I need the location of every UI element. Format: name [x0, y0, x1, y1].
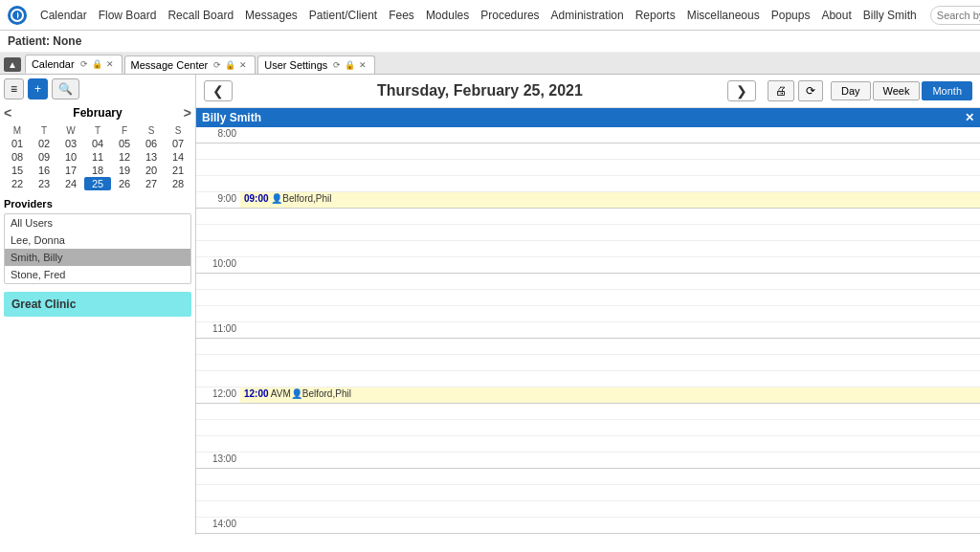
- time-cell[interactable]: [240, 355, 980, 370]
- time-cell[interactable]: 12:00 AVM👤Belford,Phil: [240, 387, 980, 403]
- time-row[interactable]: [196, 469, 980, 485]
- time-cell[interactable]: 09:00 👤Belford,Phil: [240, 192, 980, 208]
- mini-cal-day[interactable]: 13: [138, 150, 165, 164]
- mini-cal-day[interactable]: 03: [57, 137, 84, 150]
- mini-cal-day[interactable]: 08: [4, 150, 31, 164]
- nav-user[interactable]: Billy Smith: [858, 9, 923, 22]
- mini-cal-day[interactable]: 07: [165, 137, 191, 150]
- time-cell[interactable]: [240, 225, 980, 240]
- time-row[interactable]: [196, 501, 980, 518]
- time-row[interactable]: [196, 176, 980, 192]
- mini-cal-day[interactable]: 09: [31, 150, 57, 164]
- time-cell[interactable]: [240, 176, 980, 191]
- cal-week-button[interactable]: Week: [873, 81, 921, 100]
- time-row[interactable]: 11:00: [196, 322, 980, 339]
- tabs-arrow[interactable]: ▲: [4, 57, 21, 72]
- nav-modules[interactable]: Modules: [420, 9, 475, 22]
- time-row[interactable]: 12:0012:00 AVM👤Belford,Phil: [196, 387, 980, 404]
- mini-cal-day[interactable]: 05: [111, 137, 138, 150]
- time-row[interactable]: [196, 144, 980, 160]
- time-row[interactable]: [196, 290, 980, 306]
- time-row[interactable]: [196, 436, 980, 453]
- time-row[interactable]: 14:00: [196, 518, 980, 534]
- sidebar-search-button[interactable]: 🔍: [52, 78, 79, 99]
- mini-cal-day[interactable]: 27: [138, 177, 165, 190]
- time-grid-container[interactable]: 8:009:0009:00 👤Belford,Phil10:0011:0012:…: [196, 127, 980, 535]
- mini-cal-day[interactable]: 23: [31, 177, 57, 190]
- time-cell[interactable]: [240, 501, 980, 517]
- time-cell[interactable]: [240, 518, 980, 533]
- nav-recall-board[interactable]: Recall Board: [162, 9, 239, 22]
- time-row[interactable]: [196, 225, 980, 241]
- time-cell[interactable]: [240, 453, 980, 468]
- time-cell[interactable]: [240, 160, 980, 175]
- time-cell[interactable]: [240, 209, 980, 224]
- provider-smith-billy[interactable]: Smith, Billy: [5, 249, 190, 266]
- cal-next-button[interactable]: ❯: [727, 80, 756, 101]
- time-cell[interactable]: [240, 127, 980, 143]
- tab-mc-refresh-icon[interactable]: ⟳: [213, 60, 221, 70]
- mini-cal-day[interactable]: 16: [31, 164, 57, 177]
- time-cell[interactable]: [240, 436, 980, 452]
- event-bar[interactable]: 09:00 👤Belford,Phil: [240, 192, 980, 205]
- time-row[interactable]: [196, 355, 980, 371]
- time-row[interactable]: 13:00: [196, 453, 980, 469]
- mini-cal-day[interactable]: 17: [57, 164, 84, 177]
- event-bar[interactable]: 12:00 AVM👤Belford,Phil: [240, 387, 980, 400]
- mini-cal-day[interactable]: 26: [111, 177, 138, 190]
- time-cell[interactable]: [240, 322, 980, 338]
- nav-miscellaneous[interactable]: Miscellaneous: [681, 9, 766, 22]
- cal-print-button[interactable]: 🖨: [768, 80, 794, 101]
- time-cell[interactable]: [240, 274, 980, 289]
- nav-administration[interactable]: Administration: [546, 9, 630, 22]
- time-row[interactable]: 9:0009:00 👤Belford,Phil: [196, 192, 980, 209]
- tab-user-settings[interactable]: User Settings ⟳ 🔒 ✕: [257, 55, 375, 74]
- time-cell[interactable]: [240, 144, 980, 159]
- nav-calendar[interactable]: Calendar: [34, 9, 93, 22]
- time-row[interactable]: [196, 274, 980, 290]
- time-cell[interactable]: [240, 306, 980, 321]
- time-cell[interactable]: [240, 257, 980, 273]
- nav-fees[interactable]: Fees: [383, 9, 420, 22]
- time-cell[interactable]: [240, 485, 980, 500]
- provider-all-users[interactable]: All Users: [5, 214, 190, 232]
- time-cell[interactable]: [240, 420, 980, 435]
- time-cell[interactable]: [240, 371, 980, 386]
- mini-cal-day[interactable]: 18: [84, 164, 111, 177]
- nav-popups[interactable]: Popups: [766, 9, 816, 22]
- nav-about[interactable]: About: [815, 9, 857, 22]
- tab-message-center[interactable]: Message Center ⟳ 🔒 ✕: [124, 55, 256, 74]
- tab-mc-close-icon[interactable]: ✕: [239, 60, 247, 70]
- tab-us-lock-icon[interactable]: 🔒: [345, 60, 355, 70]
- provider-stone-fred[interactable]: Stone, Fred: [5, 266, 190, 283]
- time-row[interactable]: 10:00: [196, 257, 980, 274]
- cal-month-button[interactable]: Month: [922, 81, 972, 100]
- mini-cal-day[interactable]: 15: [4, 164, 31, 177]
- tab-lock-icon[interactable]: 🔒: [92, 59, 102, 69]
- time-row[interactable]: [196, 339, 980, 355]
- mini-cal-day[interactable]: 24: [57, 177, 84, 190]
- mini-cal-day[interactable]: 19: [111, 164, 138, 177]
- time-cell[interactable]: [240, 339, 980, 354]
- mini-cal-day[interactable]: 06: [138, 137, 165, 150]
- time-cell[interactable]: [240, 290, 980, 305]
- mini-cal-day[interactable]: 25: [84, 177, 111, 190]
- time-cell[interactable]: [240, 404, 980, 419]
- time-row[interactable]: [196, 485, 980, 501]
- time-row[interactable]: [196, 241, 980, 257]
- time-row[interactable]: [196, 209, 980, 225]
- cal-refresh-button[interactable]: ⟳: [798, 80, 823, 101]
- time-row[interactable]: [196, 160, 980, 176]
- mini-cal-prev[interactable]: <: [4, 105, 11, 121]
- nav-messages[interactable]: Messages: [239, 9, 303, 22]
- mini-cal-day[interactable]: 14: [165, 150, 191, 164]
- mini-cal-day[interactable]: 20: [138, 164, 165, 177]
- tab-refresh-icon[interactable]: ⟳: [80, 59, 88, 69]
- nav-reports[interactable]: Reports: [630, 9, 681, 22]
- mini-cal-day[interactable]: 01: [4, 137, 31, 150]
- time-cell[interactable]: [240, 241, 980, 256]
- mini-cal-day[interactable]: 28: [165, 177, 191, 190]
- nav-flow-board[interactable]: Flow Board: [93, 9, 163, 22]
- cal-prev-button[interactable]: ❮: [204, 80, 233, 101]
- mini-cal-day[interactable]: 10: [57, 150, 84, 164]
